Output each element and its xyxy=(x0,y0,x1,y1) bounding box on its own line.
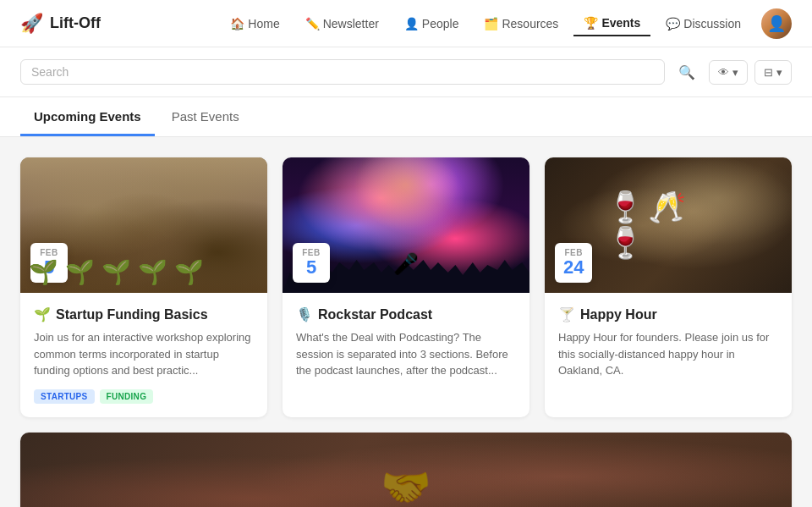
filter-icon: ⊟ xyxy=(764,66,773,79)
logo[interactable]: 🚀 Lift-Off xyxy=(20,13,101,35)
event-image-happyhour: FEB 24 xyxy=(545,157,792,293)
card-body-2: 🎙️ Rockstar Podcast What's the Deal with… xyxy=(283,293,529,403)
date-day-2: 5 xyxy=(301,257,321,278)
tag-startups[interactable]: STARTUPS xyxy=(34,389,95,404)
date-day-3: 24 xyxy=(563,257,584,278)
header: 🚀 Lift-Off 🏠 Home ✏️ Newsletter 👤 People… xyxy=(0,0,812,47)
main-content: FEB 5 🌱 Startup Funding Basics Join us f… xyxy=(0,137,812,507)
search-button[interactable]: 🔍 xyxy=(672,61,702,84)
filter-button[interactable]: ⊟ ▾ xyxy=(754,60,792,85)
events-grid: FEB 5 🌱 Startup Funding Basics Join us f… xyxy=(20,157,792,417)
discussion-icon: 💬 xyxy=(666,17,680,30)
card-body-3: 🍸 Happy Hour Happy Hour for founders. Pl… xyxy=(545,293,792,403)
date-day-1: 5 xyxy=(39,257,59,278)
tab-upcoming-events[interactable]: Upcoming Events xyxy=(20,97,155,136)
resources-icon: 🗂️ xyxy=(484,17,498,30)
tabs: Upcoming Events Past Events xyxy=(0,97,812,137)
nav-resources-label: Resources xyxy=(502,17,558,30)
avatar[interactable]: 👤 xyxy=(761,8,792,39)
event-title-text-1: Startup Funding Basics xyxy=(56,307,208,322)
nav-home[interactable]: 🏠 Home xyxy=(220,12,289,36)
search-input[interactable] xyxy=(31,65,654,79)
logo-text: Lift-Off xyxy=(50,14,101,32)
nav-newsletter-label: Newsletter xyxy=(323,17,379,30)
nav-home-label: Home xyxy=(248,17,279,30)
cocktail-icon: 🍸 xyxy=(558,306,575,322)
nav-newsletter[interactable]: ✏️ Newsletter xyxy=(295,12,389,36)
event-title-2: 🎙️ Rockstar Podcast xyxy=(296,306,516,322)
event-description-3: Happy Hour for founders. Please join us … xyxy=(558,329,778,379)
tag-funding[interactable]: FUNDING xyxy=(100,389,154,404)
search-icon: 🔍 xyxy=(678,65,695,80)
chevron-down-icon: ▾ xyxy=(732,66,738,79)
tab-past-events[interactable]: Past Events xyxy=(158,97,253,136)
nav-discussion-label: Discussion xyxy=(683,17,741,30)
card-body-1: 🌱 Startup Funding Basics Join us for an … xyxy=(20,293,267,417)
event-title-3: 🍸 Happy Hour xyxy=(558,306,778,322)
event-description-2: What's the Deal with Podcasting? The ses… xyxy=(296,329,516,379)
event-card-wide[interactable] xyxy=(20,433,792,508)
view-button[interactable]: 👁 ▾ xyxy=(709,60,748,85)
eye-icon: 👁 xyxy=(718,66,729,79)
event-image-concert: FEB 5 xyxy=(283,157,529,293)
home-icon: 🏠 xyxy=(230,17,244,30)
event-title-text-2: Rockstar Podcast xyxy=(318,307,432,322)
event-description-1: Join us for an interactive workshop expl… xyxy=(34,329,254,379)
main-nav: 🏠 Home ✏️ Newsletter 👤 People 🗂️ Resourc… xyxy=(220,11,751,36)
date-badge-1: FEB 5 xyxy=(30,243,68,283)
event-image-plants: FEB 5 xyxy=(20,157,267,293)
event-title-text-3: Happy Hour xyxy=(580,307,657,322)
chevron-down-icon-2: ▾ xyxy=(776,66,782,79)
events-bottom xyxy=(20,433,792,508)
event-tags-1: STARTUPS FUNDING xyxy=(34,389,254,404)
date-badge-3: FEB 24 xyxy=(555,243,592,283)
nav-discussion[interactable]: 💬 Discussion xyxy=(656,12,751,36)
people-icon: 👤 xyxy=(404,17,419,30)
nav-people[interactable]: 👤 People xyxy=(394,12,469,36)
rocket-icon: 🚀 xyxy=(20,13,43,35)
newsletter-icon: ✏️ xyxy=(305,17,320,30)
search-container xyxy=(20,59,665,85)
event-card-rockstar-podcast[interactable]: FEB 5 🎙️ Rockstar Podcast What's the Dea… xyxy=(283,157,529,417)
nav-events-label: Events xyxy=(601,16,640,30)
nav-events[interactable]: 🏆 Events xyxy=(573,11,650,36)
nav-resources[interactable]: 🗂️ Resources xyxy=(474,12,568,36)
seedling-icon: 🌱 xyxy=(34,306,51,322)
microphone-icon: 🎙️ xyxy=(296,306,313,322)
event-card-startup-funding[interactable]: FEB 5 🌱 Startup Funding Basics Join us f… xyxy=(20,157,267,417)
event-title-1: 🌱 Startup Funding Basics xyxy=(34,306,254,322)
nav-people-label: People xyxy=(422,17,459,30)
date-badge-2: FEB 5 xyxy=(293,243,330,283)
events-icon: 🏆 xyxy=(584,16,598,30)
event-image-handshake xyxy=(20,433,792,508)
event-card-happy-hour[interactable]: FEB 24 🍸 Happy Hour Happy Hour for found… xyxy=(545,157,792,417)
search-bar-wrapper: 🔍 👁 ▾ ⊟ ▾ xyxy=(0,47,812,97)
